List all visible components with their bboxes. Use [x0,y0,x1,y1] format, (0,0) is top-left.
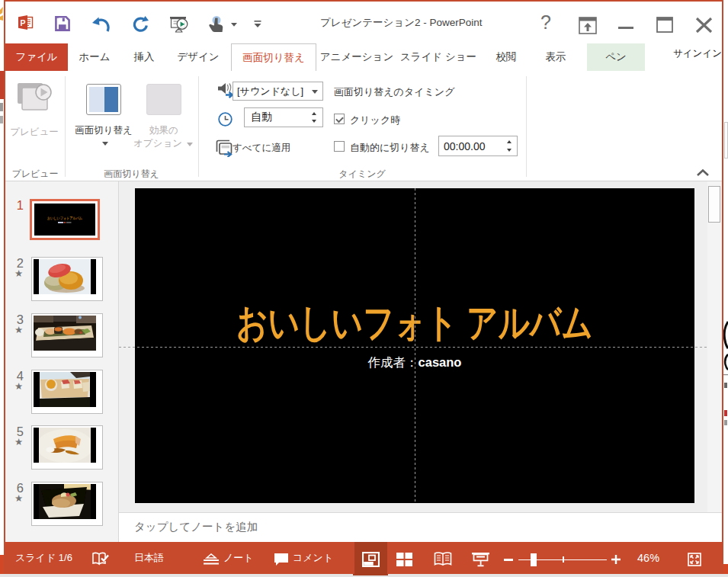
transition-gallery-dropdown-arrow[interactable] [102,142,108,146]
collapse-ribbon-button[interactable] [696,168,710,177]
customize-qat-button[interactable] [253,21,262,28]
advance-after-checkbox[interactable] [334,141,345,152]
slide-3-transition-star-icon [14,325,23,335]
save-button[interactable] [55,16,70,31]
comments-icon[interactable] [274,553,289,566]
backdrop-box-fragment [724,122,728,159]
slide-2-thumbnail[interactable] [31,257,103,301]
advance-after-time-spinbox[interactable]: 00:00.00 [438,136,518,156]
undo-button[interactable] [91,17,111,32]
notes-toggle-icon[interactable] [203,553,220,566]
transition-icon-left-half [89,87,104,112]
slide-4-transition-star-icon [14,382,23,392]
slide-editor-area[interactable]: おいしいフォト アルバム 作成者：casano [119,181,722,512]
backdrop-text-fragment-4 [724,420,727,425]
zoom-level[interactable]: 46% [637,542,659,574]
slide-2-preview [34,259,96,294]
sound-combobox-value: [サウンドなし] [233,85,303,98]
on-click-label[interactable]: クリック時 [350,114,400,127]
slide-5-thumbnail[interactable] [31,425,103,470]
zoom-out-button[interactable] [504,559,513,561]
notes-bar[interactable]: タップしてノートを追加 [119,512,722,542]
duration-spin-up[interactable] [312,112,316,115]
duration-clock-icon [218,112,233,127]
maximize-button[interactable] [656,17,673,33]
duration-spin-down[interactable] [312,120,316,123]
close-button[interactable] [695,18,713,33]
group-separator [526,76,527,177]
sign-in-link[interactable]: サインイン [673,47,722,60]
tab-view[interactable]: 表示 [531,43,580,71]
slide-4-thumbnail[interactable] [31,370,103,414]
duration-value: 自動 [245,111,272,124]
horizontal-guide[interactable] [119,347,722,348]
backdrop-text-fragment-1 [0,103,3,111]
tab-review[interactable]: 校閲 [483,43,530,71]
slideshow-from-start-button[interactable] [169,16,189,33]
transition-icon-right-half [104,87,118,112]
normal-view-button[interactable] [354,542,387,575]
timing-group-label: タイミング [198,168,526,181]
tab-transitions[interactable]: 画面切り替え [231,43,316,71]
spell-check-icon[interactable] [91,552,110,567]
minimize-button[interactable] [618,27,633,29]
help-button[interactable]: ? [540,2,551,43]
backdrop-right-app [723,0,728,577]
zoom-slider-thumb[interactable] [531,553,537,566]
slide-sorter-view-button[interactable] [396,553,413,567]
preview-group-label: プレビュー [5,168,65,181]
effect-options-label-line1: 効果の [133,124,194,137]
slideshow-view-button[interactable] [472,553,489,567]
comments-label[interactable]: コメント [293,542,333,574]
advance-after-label[interactable]: 自動的に切り替え [350,141,430,155]
normal-view-icon [362,552,380,567]
notes-toggle-label[interactable]: ノート [223,542,254,574]
vertical-guide[interactable] [415,188,415,503]
transition-group-label: 画面切り替え [65,168,198,181]
touch-mode-dropdown-arrow[interactable] [231,23,237,27]
transition-gallery-current-icon[interactable] [86,84,121,115]
editor-vertical-scrollbar[interactable] [707,181,722,512]
advance-after-spin-up[interactable] [507,140,512,143]
sound-combobox-arrow[interactable] [312,90,318,94]
slide-thumbnail-panel[interactable]: 1 おいしいフォトアルバム 2 [5,181,119,542]
slide-5-preview [34,428,96,463]
tab-file[interactable]: ファイル [5,43,68,71]
tab-design[interactable]: デザイン [168,43,228,71]
apply-to-all-label[interactable]: すべてに適用 [233,142,290,155]
notes-placeholder[interactable]: タップしてノートを追加 [134,520,258,534]
slide-1-thumbnail[interactable]: おいしいフォトアルバム [30,199,100,240]
screen: P [0,0,728,577]
preview-button-label[interactable]: プレビュー [5,126,63,139]
duration-spinbox[interactable]: 自動 [244,107,323,127]
on-click-checkbox[interactable] [334,114,345,124]
ribbon: プレビュー プレビュー 画面切り替え 効果の オプション 画面切り替え [5,71,722,181]
redo-button[interactable] [131,16,149,33]
slide-author-name: casano [419,355,462,369]
slide-5-transition-star-icon [14,438,23,447]
slide-6-thumbnail[interactable] [31,482,103,526]
advance-after-spin-down[interactable] [507,149,512,152]
title-bar: P [5,2,722,43]
slide-counter[interactable]: スライド 1/6 [15,542,72,574]
slide-1-number: 1 [8,199,24,212]
powerpoint-window: P [4,0,723,577]
tab-insert[interactable]: 挿入 [120,43,168,71]
slide-3-thumbnail[interactable] [31,313,103,357]
tab-home[interactable]: ホーム [70,43,119,71]
fit-slide-to-window-button[interactable] [688,553,701,566]
tab-animations[interactable]: アニメーション [320,43,393,71]
transition-gallery-label[interactable]: 画面切り替え [73,124,134,137]
sound-combobox[interactable]: [サウンドなし] [233,82,323,101]
language-indicator[interactable]: 日本語 [134,542,164,574]
ribbon-display-options-button[interactable] [579,17,597,34]
reading-view-button[interactable] [434,552,452,566]
touch-mouse-mode-button[interactable] [207,16,227,32]
tab-pen[interactable]: ペン [587,43,645,71]
powerpoint-app-icon[interactable]: P [18,15,34,30]
tab-slideshow[interactable]: スライド ショー [398,43,479,71]
scrollbar-thumb[interactable] [708,186,720,223]
preview-button-icon[interactable] [16,82,53,116]
zoom-in-button[interactable] [611,555,621,564]
slide-1-title-text: おいしいフォトアルバム [47,216,82,220]
